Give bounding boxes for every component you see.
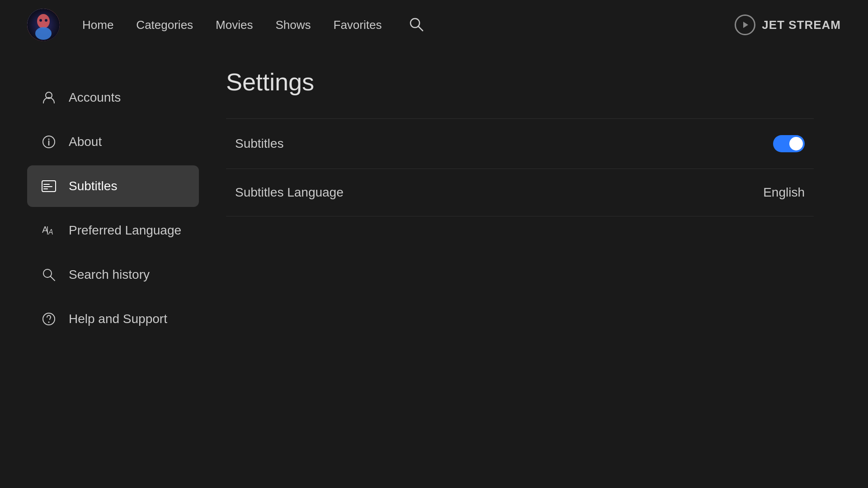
subtitles-label: Subtitles <box>235 136 283 151</box>
toggle-thumb <box>789 137 803 150</box>
svg-point-2 <box>35 27 52 40</box>
brand-name: JET STREAM <box>762 18 841 32</box>
svg-point-21 <box>43 313 55 325</box>
subtitles-toggle[interactable] <box>773 135 805 152</box>
svg-point-4 <box>45 19 47 22</box>
sidebar-label-help-and-support: Help and Support <box>69 312 167 326</box>
svg-point-3 <box>39 19 42 22</box>
help-icon <box>41 311 57 327</box>
sidebar-item-accounts[interactable]: Accounts <box>27 77 199 118</box>
sidebar-label-about: About <box>69 135 102 149</box>
svg-text:A: A <box>48 228 53 236</box>
nav-home[interactable]: Home <box>82 18 113 32</box>
search-icon[interactable] <box>409 17 424 33</box>
main: Accounts About <box>0 50 868 488</box>
brand-play-icon <box>735 14 755 35</box>
sidebar-item-help-and-support[interactable]: Help and Support <box>27 298 199 340</box>
sidebar-label-search-history: Search history <box>69 267 150 282</box>
subtitles-toggle-row: Subtitles <box>226 118 814 169</box>
sidebar-label-preferred-language: Preferred Language <box>69 223 181 238</box>
subtitles-language-label: Subtitles Language <box>235 185 344 200</box>
subtitles-icon <box>41 178 57 194</box>
sidebar-item-preferred-language[interactable]: A A Preferred Language <box>27 210 199 251</box>
sidebar-label-accounts: Accounts <box>69 90 121 105</box>
nav-shows[interactable]: Shows <box>275 18 311 32</box>
toggle-track <box>773 135 805 152</box>
info-icon <box>41 134 57 150</box>
sidebar: Accounts About <box>27 68 199 470</box>
svg-point-1 <box>37 14 50 28</box>
user-icon <box>41 89 57 106</box>
settings-content: Settings Subtitles Subtitles Language En… <box>199 68 841 470</box>
avatar[interactable] <box>27 9 60 41</box>
header: Home Categories Movies Shows Favorites J… <box>0 0 868 50</box>
svg-point-11 <box>48 139 50 140</box>
nav-links: Home Categories Movies Shows Favorites <box>82 17 735 33</box>
subtitles-language-value: English <box>763 185 805 200</box>
svg-line-6 <box>418 26 423 31</box>
svg-line-20 <box>51 277 55 281</box>
nav-favorites[interactable]: Favorites <box>334 18 382 32</box>
sidebar-item-search-history[interactable]: Search history <box>27 254 199 296</box>
nav-categories[interactable]: Categories <box>136 18 193 32</box>
sidebar-label-subtitles: Subtitles <box>69 179 117 193</box>
sidebar-item-about[interactable]: About <box>27 121 199 163</box>
nav-movies[interactable]: Movies <box>216 18 253 32</box>
language-icon: A A <box>41 222 57 239</box>
settings-title: Settings <box>226 68 814 96</box>
sidebar-item-subtitles[interactable]: Subtitles <box>27 165 199 207</box>
brand-logo: JET STREAM <box>735 14 841 35</box>
svg-point-22 <box>48 322 50 323</box>
search-history-icon <box>41 267 57 283</box>
svg-marker-7 <box>743 22 748 28</box>
subtitles-language-row[interactable]: Subtitles Language English <box>226 169 814 216</box>
